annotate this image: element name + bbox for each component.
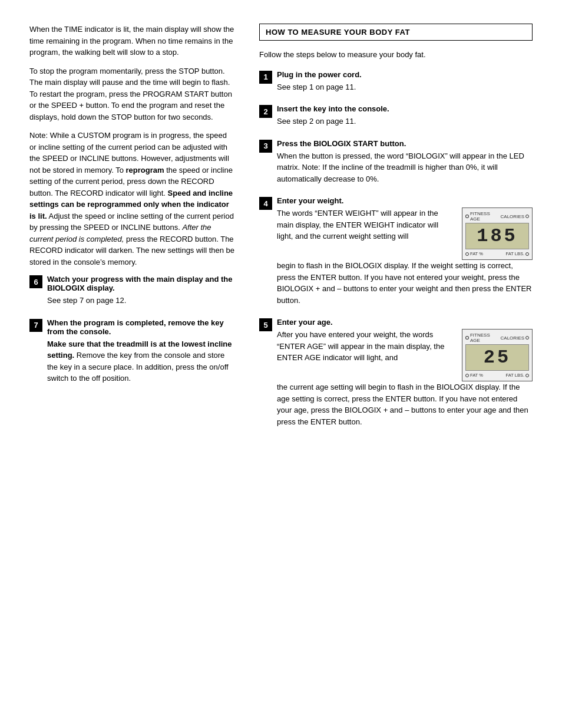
right-step-4-content: Enter your weight. The words “ENTER WEIG…: [277, 196, 533, 309]
step-4-fitness-age-label: FITNESS AGE: [465, 211, 501, 222]
step-7-content: When the program is completed, remove th…: [47, 318, 236, 388]
calories-circle: [525, 215, 529, 218]
step-4-body-before: The words “ENTER WEIGHT” will appear in …: [277, 207, 456, 242]
right-step-1-number: 1: [259, 71, 272, 84]
step-5-fitness-age-label: FITNESS AGE: [465, 332, 501, 343]
step-5-fat-lbs-label: FAT LBS.: [506, 373, 529, 378]
step-5-display: FITNESS AGE CALORIES 25 FAT %: [462, 329, 533, 381]
intro-text: Follow the steps below to measure your b…: [259, 49, 533, 61]
fat-lbs-circle: [525, 252, 529, 256]
step5-fat-pct-circle: [465, 374, 469, 377]
right-step-1-title: Plug in the power cord.: [277, 70, 533, 79]
right-step-3-body: When the button is pressed, the word “BI…: [277, 150, 533, 185]
step-5-lcd-number: 25: [465, 344, 529, 371]
right-step-4-title: Enter your weight.: [277, 196, 533, 205]
step-5-fat-pct-label: FAT %: [465, 373, 483, 378]
step-7-body: Make sure that the treadmill is at the l…: [47, 338, 236, 384]
step5-fitness-age-circle: [465, 336, 469, 340]
right-step-2-block: 2 Insert the key into the console. See s…: [259, 104, 533, 131]
step-7-title: When the program is completed, remove th…: [47, 318, 236, 336]
step-5-calories-label: CALORIES: [501, 332, 529, 343]
step5-fat-lbs-circle: [525, 374, 529, 377]
step-4-calories-label: CALORIES: [501, 211, 529, 222]
step-5-text: After you have entered your weight, the …: [277, 329, 456, 367]
right-step-5-content: Enter your age. After you have entered y…: [277, 318, 533, 431]
step-5-body-after: the current age setting will begin to fl…: [277, 381, 533, 427]
left-para-3: Note: While a CUSTOM program is in progr…: [29, 130, 236, 268]
step-6-number: 6: [29, 275, 42, 288]
step-7-number: 7: [29, 319, 42, 332]
step-4-with-image: The words “ENTER WEIGHT” will appear in …: [277, 207, 533, 260]
left-para-2: To stop the program momentarily, press t…: [29, 65, 236, 123]
step-4-fat-pct-label: FAT %: [465, 251, 483, 256]
step-4-body-after: begin to flash in the BIOLOGIX display. …: [277, 260, 533, 306]
fat-pct-circle: [465, 252, 469, 256]
step-4-display-bottom: FAT % FAT LBS.: [465, 251, 529, 256]
right-step-1-content: Plug in the power cord. See step 1 on pa…: [277, 70, 533, 97]
right-step-3-block: 3 Press the BIOLOGIX START button. When …: [259, 139, 533, 189]
left-column: When the TIME indicator is lit, the main…: [29, 24, 253, 704]
page: When the TIME indicator is lit, the main…: [0, 0, 562, 728]
right-step-5-number: 5: [259, 318, 272, 331]
step-6-content: Watch your progress with the main displa…: [47, 275, 236, 310]
step-5-display-bottom: FAT % FAT LBS.: [465, 373, 529, 378]
right-step-2-content: Insert the key into the console. See ste…: [277, 104, 533, 131]
fitness-age-circle: [465, 215, 469, 218]
right-step-4-number: 4: [259, 197, 272, 210]
step-4-lcd-number: 185: [465, 223, 529, 249]
right-step-1-body: See step 1 on page 11.: [277, 81, 533, 93]
right-step-5-block: 5 Enter your age. After you have entered…: [259, 318, 533, 431]
step-4-fat-lbs-label: FAT LBS.: [506, 251, 529, 256]
step-4-display: FITNESS AGE CALORIES 185 FAT %: [462, 207, 533, 260]
right-step-2-number: 2: [259, 105, 272, 118]
step-5-display-top: FITNESS AGE CALORIES: [465, 332, 529, 343]
right-step-2-body: See step 2 on page 11.: [277, 116, 533, 127]
step-5-with-image: After you have entered your weight, the …: [277, 329, 533, 381]
step-4-display-top: FITNESS AGE CALORIES: [465, 211, 529, 222]
right-step-3-content: Press the BIOLOGIX START button. When th…: [277, 139, 533, 189]
right-step-3-title: Press the BIOLOGIX START button.: [277, 139, 533, 148]
step-7-block: 7 When the program is completed, remove …: [29, 318, 236, 388]
right-column: HOW TO MEASURE YOUR BODY FAT Follow the …: [253, 24, 533, 704]
step-5-body-before: After you have entered your weight, the …: [277, 329, 456, 364]
right-step-4-block: 4 Enter your weight. The words “ENTER WE…: [259, 196, 533, 309]
step-6-title: Watch your progress with the main displa…: [47, 275, 236, 292]
right-step-2-title: Insert the key into the console.: [277, 104, 533, 113]
right-step-3-number: 3: [259, 140, 272, 153]
right-step-1-block: 1 Plug in the power cord. See step 1 on …: [259, 70, 533, 97]
section-header: HOW TO MEASURE YOUR BODY FAT: [259, 24, 533, 41]
left-para-1: When the TIME indicator is lit, the main…: [29, 24, 236, 58]
step-6-body: See step 7 on page 12.: [47, 295, 236, 307]
step-4-text: The words “ENTER WEIGHT” will appear in …: [277, 207, 456, 246]
step5-calories-circle: [525, 336, 529, 340]
right-step-5-title: Enter your age.: [277, 318, 533, 327]
step-6-block: 6 Watch your progress with the main disp…: [29, 275, 236, 310]
